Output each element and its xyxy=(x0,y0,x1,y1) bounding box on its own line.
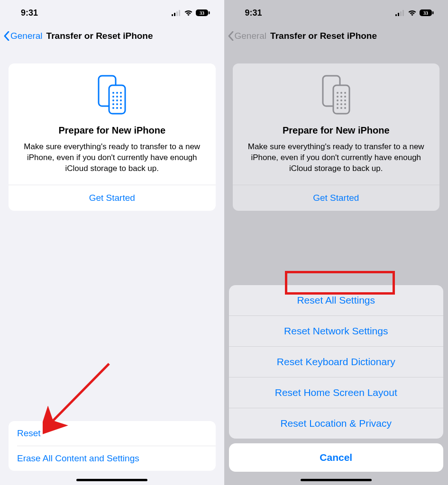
prepare-card-body: Make sure everything's ready to transfer… xyxy=(241,142,431,174)
page-title: Transfer or Reset iPhone xyxy=(270,31,377,41)
home-indicator[interactable] xyxy=(301,479,372,481)
prepare-card-title: Prepare for New iPhone xyxy=(17,125,207,136)
svg-point-42 xyxy=(337,103,338,105)
svg-point-40 xyxy=(340,99,342,101)
svg-text:33: 33 xyxy=(423,10,428,16)
svg-rect-26 xyxy=(400,11,402,16)
wifi-icon xyxy=(184,9,193,16)
svg-point-9 xyxy=(112,92,114,94)
svg-rect-1 xyxy=(174,13,175,16)
reset-options-list: Reset Erase All Content and Settings xyxy=(9,421,216,471)
svg-point-46 xyxy=(340,107,342,109)
page-title: Transfer or Reset iPhone xyxy=(46,31,153,41)
reset-all-settings-item[interactable]: Reset All Settings xyxy=(229,285,444,315)
nav-bar: General Transfer or Reset iPhone xyxy=(0,26,224,46)
prepare-card-title: Prepare for New iPhone xyxy=(241,125,431,136)
prepare-card-body: Make sure everything's ready to transfer… xyxy=(17,142,207,174)
svg-point-14 xyxy=(120,96,122,98)
status-bar: 9:31 33 xyxy=(224,0,448,26)
svg-rect-2 xyxy=(176,11,178,16)
svg-point-19 xyxy=(116,103,118,105)
svg-point-44 xyxy=(344,103,346,105)
status-time: 9:31 xyxy=(21,8,38,18)
svg-point-41 xyxy=(344,99,346,101)
svg-point-18 xyxy=(112,103,114,105)
back-button: General xyxy=(228,31,267,41)
phone-screenshot-right: 9:31 33 General Transfer or Reset iPhone… xyxy=(224,0,448,485)
svg-point-33 xyxy=(337,92,338,94)
svg-point-13 xyxy=(116,96,118,98)
battery-icon: 33 xyxy=(196,9,210,16)
svg-point-34 xyxy=(340,92,342,94)
nav-bar: General Transfer or Reset iPhone xyxy=(224,26,448,46)
cellular-icon xyxy=(395,10,405,16)
reset-home-screen-layout-item[interactable]: Reset Home Screen Layout xyxy=(229,377,444,408)
status-icons: 33 xyxy=(172,9,210,16)
back-button[interactable]: General xyxy=(4,31,43,41)
svg-rect-27 xyxy=(402,10,404,16)
status-bar: 9:31 33 xyxy=(0,0,224,26)
svg-point-17 xyxy=(120,99,122,101)
cancel-button[interactable]: Cancel xyxy=(229,443,444,472)
svg-point-22 xyxy=(116,107,118,109)
svg-point-36 xyxy=(337,96,338,98)
battery-icon: 33 xyxy=(420,9,434,16)
svg-rect-29 xyxy=(432,11,434,14)
svg-point-35 xyxy=(344,92,346,94)
svg-point-11 xyxy=(120,92,122,94)
svg-rect-0 xyxy=(172,14,173,16)
reset-action-sheet: Reset All Settings Reset Network Setting… xyxy=(229,285,444,472)
phone-screenshot-left: 9:31 33 General Transfer or Reset iPhone… xyxy=(0,0,224,485)
svg-point-20 xyxy=(120,103,122,105)
reset-network-settings-item[interactable]: Reset Network Settings xyxy=(229,316,444,346)
svg-point-23 xyxy=(120,107,122,109)
action-sheet-group: Reset All Settings Reset Network Setting… xyxy=(229,285,444,439)
wifi-icon xyxy=(408,9,417,16)
svg-rect-24 xyxy=(395,14,397,16)
svg-point-15 xyxy=(112,99,114,101)
cellular-icon xyxy=(172,10,181,16)
transfer-devices-icon xyxy=(319,75,353,115)
back-label: General xyxy=(235,31,267,41)
reset-row[interactable]: Reset xyxy=(9,421,216,446)
svg-point-45 xyxy=(337,107,338,109)
chevron-left-icon xyxy=(4,31,9,41)
chevron-left-icon xyxy=(228,31,234,41)
svg-point-47 xyxy=(344,107,346,109)
prepare-card: Prepare for New iPhone Make sure everyth… xyxy=(233,63,440,211)
home-indicator[interactable] xyxy=(76,479,147,481)
svg-point-16 xyxy=(116,99,118,101)
svg-point-12 xyxy=(112,96,114,98)
get-started-button: Get Started xyxy=(241,185,431,211)
back-label: General xyxy=(10,31,43,41)
erase-all-row[interactable]: Erase All Content and Settings xyxy=(9,446,216,471)
svg-point-39 xyxy=(337,99,338,101)
prepare-card: Prepare for New iPhone Make sure everyth… xyxy=(9,63,216,211)
svg-text:33: 33 xyxy=(200,10,204,16)
transfer-devices-icon xyxy=(95,75,129,115)
svg-point-10 xyxy=(116,92,118,94)
svg-rect-3 xyxy=(179,10,180,16)
svg-point-37 xyxy=(340,96,342,98)
svg-rect-5 xyxy=(209,11,210,14)
svg-rect-25 xyxy=(398,13,399,16)
status-icons: 33 xyxy=(395,9,434,16)
svg-point-21 xyxy=(112,107,114,109)
status-time: 9:31 xyxy=(245,8,262,18)
svg-point-43 xyxy=(340,103,342,105)
get-started-button[interactable]: Get Started xyxy=(17,185,207,211)
svg-point-38 xyxy=(344,96,346,98)
reset-keyboard-dictionary-item[interactable]: Reset Keyboard Dictionary xyxy=(229,347,444,377)
reset-location-privacy-item[interactable]: Reset Location & Privacy xyxy=(229,408,444,439)
